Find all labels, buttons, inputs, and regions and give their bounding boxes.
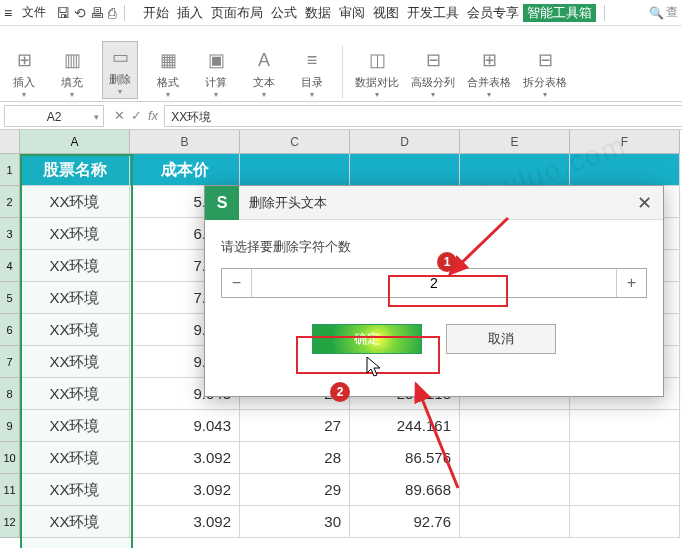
cell[interactable]: 29 [240, 474, 350, 506]
fx-icon[interactable]: fx [148, 108, 158, 123]
cell[interactable]: 3.092 [130, 474, 240, 506]
cell[interactable]: 28 [240, 442, 350, 474]
hamburger-icon[interactable]: ≡ [4, 5, 12, 21]
dialog-title: 删除开头文本 [239, 194, 625, 212]
cell[interactable] [460, 506, 570, 538]
dialog-titlebar[interactable]: S 删除开头文本 ✕ [205, 186, 663, 220]
print-icon[interactable]: 🖶 [90, 5, 104, 21]
tab-start[interactable]: 开始 [139, 4, 173, 22]
cell[interactable]: 30 [240, 506, 350, 538]
tab-view[interactable]: 视图 [369, 4, 403, 22]
annotation-badge-1: 1 [437, 252, 457, 272]
cancel-fx-icon[interactable]: ✕ [114, 108, 125, 123]
cell[interactable] [570, 474, 680, 506]
preview-icon[interactable]: ⎙ [108, 5, 116, 21]
ribbon-delete[interactable]: ▭删除▾ [102, 41, 138, 99]
cell[interactable]: 244.161 [350, 410, 460, 442]
cell[interactable]: 9.043 [130, 410, 240, 442]
tab-layout[interactable]: 页面布局 [207, 4, 267, 22]
cell[interactable] [570, 442, 680, 474]
ribbon-calc[interactable]: ▣计算▾ [198, 47, 234, 99]
ribbon-split-table[interactable]: ⊟拆分表格▾ [523, 47, 567, 99]
cell[interactable]: XX环境 [20, 506, 130, 538]
name-box[interactable]: A2 [4, 105, 104, 127]
ribbon-split-col[interactable]: ⊟高级分列▾ [411, 47, 455, 99]
cancel-button[interactable]: 取消 [446, 324, 556, 354]
tab-smarttools[interactable]: 智能工具箱 [523, 4, 596, 22]
cell[interactable]: XX环境 [20, 346, 130, 378]
cell[interactable]: 3.092 [130, 506, 240, 538]
decrement-button[interactable]: − [222, 269, 252, 297]
search-box[interactable]: 🔍 查 [649, 4, 678, 21]
table-row: 10XX环境3.0922886.576 [0, 442, 682, 474]
ribbon-toc[interactable]: ≡目录▾ [294, 47, 330, 99]
cell[interactable]: 92.76 [350, 506, 460, 538]
formula-input[interactable]: XX环境 [164, 105, 682, 127]
save-icon[interactable]: 🖫 [56, 5, 70, 21]
cell[interactable] [460, 474, 570, 506]
col-B[interactable]: B [130, 130, 240, 154]
cell[interactable]: XX环境 [20, 186, 130, 218]
cell[interactable]: XX环境 [20, 250, 130, 282]
row-head[interactable]: 12 [0, 506, 20, 538]
tab-insert[interactable]: 插入 [173, 4, 207, 22]
table-row: 11XX环境3.0922989.668 [0, 474, 682, 506]
cell[interactable]: 89.668 [350, 474, 460, 506]
row-head[interactable]: 10 [0, 442, 20, 474]
row-head[interactable]: 4 [0, 250, 20, 282]
header-A[interactable]: 股票名称 [20, 154, 130, 186]
cell[interactable] [570, 410, 680, 442]
delete-prefix-dialog: S 删除开头文本 ✕ 请选择要删除字符个数 − + 确定 取消 [204, 185, 664, 397]
row-head-1[interactable]: 1 [0, 154, 20, 186]
col-D[interactable]: D [350, 130, 460, 154]
row-head[interactable]: 9 [0, 410, 20, 442]
cell[interactable]: 27 [240, 410, 350, 442]
row-head[interactable]: 11 [0, 474, 20, 506]
cell[interactable]: XX环境 [20, 218, 130, 250]
cell[interactable] [570, 506, 680, 538]
row-head[interactable]: 8 [0, 378, 20, 410]
accept-fx-icon[interactable]: ✓ [131, 108, 142, 123]
cell[interactable] [460, 442, 570, 474]
tab-formula[interactable]: 公式 [267, 4, 301, 22]
tab-dev[interactable]: 开发工具 [403, 4, 463, 22]
col-A[interactable]: A [20, 130, 130, 154]
ribbon-insert[interactable]: ⊞插入▾ [6, 47, 42, 99]
annotation-badge-2: 2 [330, 382, 350, 402]
ribbon-text[interactable]: A文本▾ [246, 47, 282, 99]
cell[interactable]: 3.092 [130, 442, 240, 474]
cell[interactable]: XX环境 [20, 410, 130, 442]
quick-access-toolbar: 🖫 ⟲ 🖶 ⎙ [56, 5, 116, 21]
table-row: 9XX环境9.04327244.161 [0, 410, 682, 442]
cell[interactable]: XX环境 [20, 282, 130, 314]
back-icon[interactable]: ⟲ [74, 5, 86, 21]
ribbon-compare[interactable]: ◫数据对比▾ [355, 47, 399, 99]
row-head[interactable]: 3 [0, 218, 20, 250]
tab-data[interactable]: 数据 [301, 4, 335, 22]
tab-member[interactable]: 会员专享 [463, 4, 523, 22]
app-logo-icon: S [205, 186, 239, 220]
select-all-corner[interactable] [0, 130, 20, 154]
ok-button[interactable]: 确定 [312, 324, 422, 354]
tab-review[interactable]: 审阅 [335, 4, 369, 22]
ribbon-format[interactable]: ▦格式▾ [150, 47, 186, 99]
menu-bar: ≡ 文件 🖫 ⟲ 🖶 ⎙ 开始 插入 页面布局 公式 数据 审阅 视图 开发工具… [0, 0, 682, 26]
cell[interactable]: XX环境 [20, 442, 130, 474]
close-icon[interactable]: ✕ [625, 192, 663, 214]
cell[interactable]: XX环境 [20, 378, 130, 410]
file-menu[interactable]: 文件 [16, 4, 52, 21]
cell[interactable]: XX环境 [20, 314, 130, 346]
increment-button[interactable]: + [616, 269, 646, 297]
cell[interactable]: XX环境 [20, 474, 130, 506]
row-head[interactable]: 2 [0, 186, 20, 218]
char-count-input[interactable] [252, 269, 616, 297]
row-head[interactable]: 7 [0, 346, 20, 378]
col-C[interactable]: C [240, 130, 350, 154]
cell[interactable] [460, 410, 570, 442]
ribbon-merge[interactable]: ⊞合并表格▾ [467, 47, 511, 99]
row-head[interactable]: 5 [0, 282, 20, 314]
ribbon-fill[interactable]: ▥填充▾ [54, 47, 90, 99]
row-head[interactable]: 6 [0, 314, 20, 346]
cell[interactable]: 86.576 [350, 442, 460, 474]
header-B[interactable]: 成本价 [130, 154, 240, 186]
